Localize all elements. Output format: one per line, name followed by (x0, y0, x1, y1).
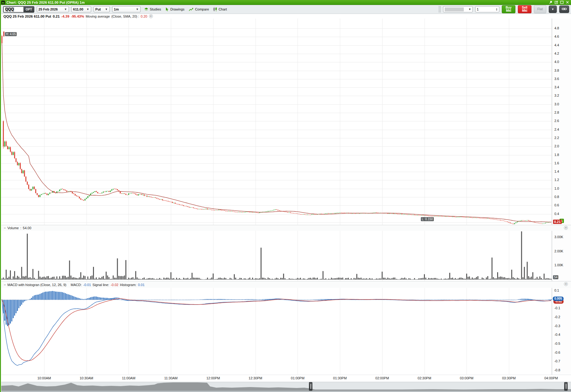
buy-market-button[interactable]: Buy Mkt (502, 5, 515, 13)
time-tick-label: 11:30AM (164, 376, 178, 380)
price-tick-label: 0.4 (554, 212, 559, 216)
compare-icon (189, 7, 194, 11)
price-pane: H: 4.65 L: 0.150 1 0.21 4.84.64.44.24.03… (0, 19, 571, 225)
expiry-dropdown[interactable]: 25 Feb 2026▼ (37, 6, 69, 12)
price-change-percent: -95.43% (71, 15, 84, 18)
flat-button[interactable]: Flat (534, 5, 546, 13)
timeframe-dropdown[interactable]: 1m▼ (112, 6, 141, 12)
account-dropdown[interactable]: ▼ (443, 6, 473, 12)
histogram-value: 0.01 (138, 283, 144, 287)
time-axis: 10:00AM10:30AM11:00AM11:30AM12:00PM12:30… (0, 375, 571, 382)
day-low-badge: L: 0.150 (421, 217, 434, 221)
price-chart-canvas[interactable] (1, 19, 552, 225)
price-tick-label: 1.6 (554, 161, 559, 165)
studies-label: Studies (150, 7, 161, 11)
collapse-macd-icon[interactable]: − (4, 283, 6, 287)
macd-tick-label: -0.3 (554, 324, 560, 328)
toolbar-grip-handle[interactable] (438, 6, 441, 13)
volume-axis: 54 3.00K2.00K1.00K (552, 231, 571, 281)
volume-header: − Volume : 54.00 × (0, 225, 571, 231)
volume-tick-label: 2.00K (554, 249, 563, 253)
macd-chart-canvas[interactable] (1, 288, 552, 375)
time-tick-label: 02:00PM (375, 376, 389, 380)
volume-label: Volume (7, 226, 19, 230)
stepper-arrows-icon[interactable]: ▲▼ (496, 8, 498, 11)
compare-label: Compare (195, 7, 209, 11)
chevron-down-icon: ▼ (468, 8, 471, 11)
strike-dropdown[interactable]: 611.00▼ (71, 6, 91, 12)
price-tick-label: 4.8 (554, 26, 559, 30)
macd-value: -0.01 (83, 283, 91, 287)
time-slider[interactable] (0, 382, 571, 390)
price-tick-label: 3.0 (554, 102, 559, 106)
close-icon[interactable] (566, 1, 569, 4)
volume-tick-label: 1.00K (554, 263, 563, 267)
sell-market-button[interactable]: Sell Mkt (518, 5, 531, 13)
price-tick-label: 3.6 (554, 77, 559, 81)
timeframe-value: 1m (114, 7, 119, 11)
chevron-down-icon: ▼ (105, 8, 108, 11)
macd-tick-label: -0.4 (554, 333, 560, 336)
symbol-input[interactable]: QQQ (3, 6, 23, 13)
slider-left-handle[interactable] (309, 382, 312, 391)
last-price: 0.21 (53, 15, 60, 18)
navigator-canvas (0, 382, 571, 391)
time-tick-label: 12:00PM (206, 376, 220, 380)
macd-tick-label: -0.1 (554, 306, 560, 310)
chart-style-button[interactable]: Chart (212, 6, 228, 12)
drawings-label: Drawings (170, 7, 184, 11)
macd-tick-label: -0.7 (554, 359, 560, 363)
price-tick-label: 1.4 (554, 170, 559, 173)
macd-value-label: MACD: (71, 283, 82, 287)
last-volume-badge: 54 (553, 275, 558, 279)
macd-study-label: MACD with histogran (Close, 12, 26, 9) (7, 283, 66, 287)
studies-icon (144, 7, 149, 11)
remove-study-icon[interactable]: × (149, 14, 153, 18)
price-tick-label: 1.0 (554, 187, 559, 190)
window-left-edge (0, 5, 1, 392)
price-tick-label: 0.8 (554, 195, 559, 199)
remove-volume-icon[interactable]: × (564, 226, 568, 230)
volume-tick-label: 3.00K (554, 235, 563, 239)
chevron-down-icon: ▼ (552, 8, 554, 11)
window-title: Chart: QQQ 25 Feb 2026 611.00 Put (OPRA)… (6, 1, 549, 4)
option-type-dropdown[interactable]: Put▼ (94, 6, 110, 12)
collapse-volume-icon[interactable]: − (4, 226, 6, 230)
volume-chart-canvas[interactable] (1, 231, 552, 281)
time-tick-label: 01:00PM (291, 376, 304, 380)
time-tick-label: 03:00PM (460, 376, 473, 380)
price-change: -4.39 (61, 15, 69, 18)
slider-right-handle[interactable] (564, 382, 568, 391)
titlebar: Chart: QQQ 25 Feb 2026 611.00 Put (OPRA)… (0, 0, 571, 5)
link-button[interactable] (559, 6, 569, 13)
price-tick-label: 4.4 (554, 43, 559, 47)
time-tick-label: 01:30PM (333, 376, 347, 380)
price-tick-label: 1.2 (554, 178, 559, 182)
signal-value: -0.02 (111, 283, 118, 287)
chevron-down-icon: ▼ (87, 8, 89, 11)
compare-button[interactable]: Compare (188, 7, 210, 12)
price-tick-label: 1.8 (554, 153, 559, 157)
quantity-value: 1 (477, 7, 496, 11)
quantity-stepper[interactable]: 1 ▲▼ (475, 6, 499, 12)
chevron-down-icon: ▼ (136, 8, 139, 11)
price-tick-label: 3.2 (554, 94, 559, 97)
price-tick-label: 2.4 (554, 128, 559, 131)
price-tick-label: 3.8 (554, 69, 559, 72)
remove-macd-icon[interactable]: × (564, 282, 568, 286)
time-tick-label: 12:30PM (249, 376, 262, 380)
pin-icon[interactable] (549, 1, 552, 4)
study-value: 0.20 (141, 15, 147, 18)
drawings-button[interactable]: Drawings (164, 6, 185, 12)
histogram-value-label: Histogram: (120, 283, 136, 287)
studies-button[interactable]: Studies (143, 7, 162, 12)
macd-axis: -0.02 0.005 0.1-0.1-0.2-0.3-0.4-0.5-0.6-… (552, 288, 571, 375)
edit-icon[interactable] (555, 1, 558, 4)
order-menu-button[interactable]: ▼ (549, 6, 557, 13)
maximize-icon[interactable] (560, 1, 564, 4)
chart-window: Chart: QQQ 25 Feb 2026 611.00 Put (OPRA)… (0, 0, 571, 392)
last-price-badge: 0.21 (553, 220, 561, 224)
candlestick-icon (213, 7, 217, 11)
price-tick-label: 4.0 (554, 60, 559, 64)
app-logo-icon (1, 1, 5, 4)
